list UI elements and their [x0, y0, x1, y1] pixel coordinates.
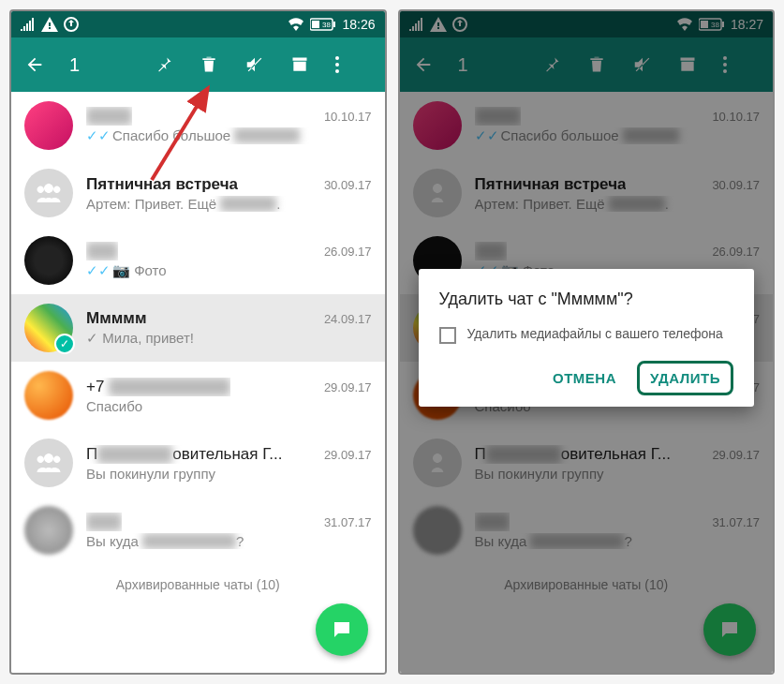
- svg-point-5: [335, 56, 339, 60]
- chat-list[interactable]: Артем10.10.17 ✓✓Спасибо большое x Пятнич…: [11, 92, 385, 673]
- back-icon[interactable]: [24, 54, 45, 75]
- chat-date: 31.07.17: [324, 515, 372, 529]
- chat-preview: Вы куда x?: [86, 533, 372, 549]
- signal-icon: [21, 18, 36, 31]
- dialog-title: Удалить чат с "Ммммм"?: [439, 290, 734, 309]
- archive-icon[interactable]: [289, 55, 327, 74]
- chat-preview: Вы покинули группу: [86, 466, 372, 482]
- chat-item[interactable]: +7 +7 985 099 36 7229.09.17 Спасибо: [11, 362, 385, 429]
- svg-point-6: [335, 63, 339, 67]
- sync-icon: [64, 17, 79, 32]
- chat-item-selected[interactable]: ✓ Ммммм24.09.17 ✓ Мила, привет!: [11, 294, 385, 362]
- svg-text:38: 38: [322, 21, 331, 29]
- chat-item[interactable]: Муж26.09.17 ✓✓📷 Фото: [11, 227, 385, 294]
- chat-name: +7 +7 985 099 36 72: [86, 378, 230, 396]
- battery-icon: 38: [310, 18, 336, 31]
- pin-icon[interactable]: [155, 55, 192, 74]
- chat-date: 30.09.17: [324, 178, 372, 192]
- chat-date: 26.09.17: [324, 245, 372, 259]
- chat-name: Артем: [86, 107, 132, 126]
- chat-preview: Спасибо: [86, 398, 372, 414]
- chat-name: Стас: [86, 513, 122, 531]
- chat-name: Муж: [86, 242, 118, 260]
- chat-name: Пxовительная Г...: [86, 445, 283, 464]
- selection-toolbar: 1: [11, 37, 385, 92]
- chat-date: 10.10.17: [324, 110, 372, 124]
- chat-name: Пятничная встреча: [86, 175, 238, 194]
- clock-time: 18:26: [342, 17, 375, 32]
- phone-right: 38 18:27 1 Артем10.10.17✓✓Спасибо большо…: [398, 9, 776, 675]
- selection-count: 1: [69, 54, 80, 76]
- svg-rect-2: [312, 21, 319, 28]
- avatar[interactable]: [24, 439, 73, 487]
- chat-item[interactable]: Пятничная встреча30.09.17 Артем: Привет.…: [11, 159, 385, 227]
- svg-rect-3: [333, 22, 335, 27]
- chat-preview: ✓ Мила, привет!: [86, 330, 372, 347]
- phone-left: 38 18:26 1 Артем10.10.17 ✓✓: [9, 9, 387, 675]
- checkbox-icon[interactable]: [439, 327, 456, 344]
- avatar[interactable]: [24, 101, 73, 150]
- chat-item[interactable]: Артем10.10.17 ✓✓Спасибо большое x: [11, 92, 385, 159]
- chat-date: 29.09.17: [324, 380, 372, 394]
- warning-icon: [41, 17, 58, 32]
- chat-item[interactable]: Стас31.07.17 Вы куда x?: [11, 497, 385, 564]
- status-bar: 38 18:26: [11, 11, 385, 37]
- read-ticks-icon: ✓✓: [86, 262, 111, 278]
- svg-point-7: [335, 69, 339, 73]
- avatar[interactable]: [24, 169, 73, 217]
- delete-chat-dialog: Удалить чат с "Ммммм"? Удалить медиафайл…: [419, 269, 755, 407]
- chat-preview: ✓✓📷 Фото: [86, 262, 372, 279]
- chat-preview: Артем: Привет. Ещё x.: [86, 196, 372, 212]
- chat-date: 29.09.17: [324, 448, 372, 462]
- chat-preview: ✓✓Спасибо большое x: [86, 127, 372, 144]
- chat-date: 24.09.17: [324, 312, 372, 326]
- chat-name: Ммммм: [86, 309, 146, 328]
- new-chat-fab[interactable]: [316, 603, 368, 656]
- wifi-icon: [288, 18, 304, 31]
- selected-check-icon: ✓: [54, 334, 75, 354]
- avatar[interactable]: [24, 371, 73, 420]
- delete-button[interactable]: УДАЛИТЬ: [637, 361, 733, 395]
- delete-media-checkbox[interactable]: Удалить медиафайлы с вашего телефона: [439, 326, 734, 344]
- archived-chats[interactable]: Архивированные чаты (10): [11, 564, 385, 605]
- checkbox-label: Удалить медиафайлы с вашего телефона: [467, 326, 723, 341]
- cancel-button[interactable]: ОТМЕНА: [540, 361, 629, 395]
- chat-item[interactable]: Пxовительная Г...29.09.17 Вы покинули гр…: [11, 429, 385, 497]
- avatar[interactable]: [24, 236, 73, 285]
- more-icon[interactable]: [334, 55, 372, 74]
- avatar[interactable]: ✓: [24, 304, 73, 352]
- avatar[interactable]: [24, 506, 73, 555]
- delete-icon[interactable]: [200, 54, 237, 75]
- mute-icon[interactable]: [244, 54, 282, 75]
- read-ticks-icon: ✓✓: [86, 127, 111, 143]
